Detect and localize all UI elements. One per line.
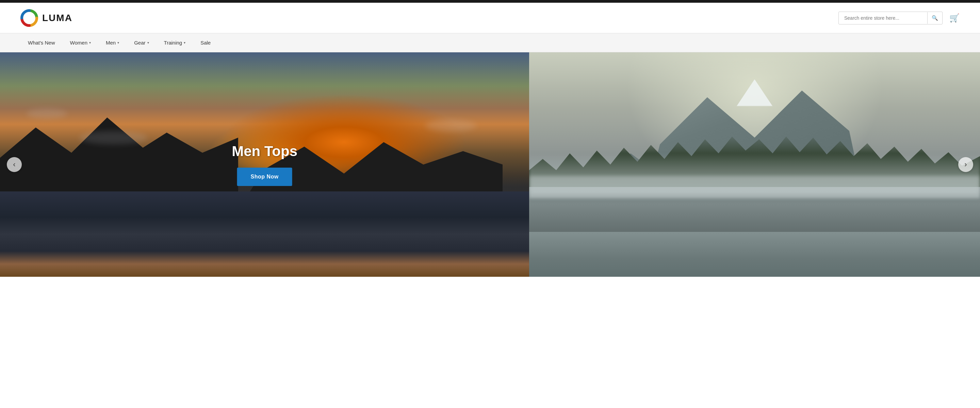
- snow-cap: [710, 79, 800, 106]
- women-chevron-icon: ▾: [89, 41, 91, 44]
- hero-right-panel: [529, 52, 980, 277]
- nav-item-women[interactable]: Women ▾: [63, 34, 98, 52]
- cart-icon: 🛒: [950, 13, 959, 22]
- lake-left: [0, 191, 529, 277]
- next-arrow-icon: ›: [964, 160, 967, 169]
- carousel-prev-button[interactable]: ‹: [7, 157, 22, 172]
- cart-button[interactable]: 🛒: [950, 13, 959, 23]
- top-bar: [0, 0, 980, 3]
- gear-chevron-icon: ▾: [147, 41, 149, 44]
- navigation: What's New Women ▾ Men ▾ Gear ▾ Training…: [0, 33, 980, 52]
- prev-arrow-icon: ‹: [13, 160, 15, 169]
- logo-text: LUMA: [42, 13, 73, 24]
- search-box: 🔍: [838, 11, 943, 24]
- cloud-wisp-3: [425, 120, 476, 132]
- header-right: 🔍 🛒: [838, 11, 959, 24]
- hero-left-panel: Men Tops Shop Now: [0, 52, 529, 277]
- nav-item-gear[interactable]: Gear ▾: [127, 34, 156, 52]
- nav-item-whats-new[interactable]: What's New: [21, 34, 63, 52]
- luma-logo-icon: [21, 9, 38, 27]
- men-chevron-icon: ▾: [118, 41, 119, 44]
- lake-right: [529, 187, 980, 277]
- hero-section: Men Tops Shop Now ‹ ›: [0, 52, 980, 277]
- nav-items: What's New Women ▾ Men ▾ Gear ▾ Training…: [21, 34, 218, 52]
- hero-title: Men Tops: [232, 143, 298, 159]
- shop-now-button[interactable]: Shop Now: [237, 168, 292, 186]
- cloud-wisp-1: [27, 108, 67, 119]
- cloud-wisp-2: [79, 131, 147, 144]
- training-chevron-icon: ▾: [184, 41, 185, 44]
- header: LUMA 🔍 🛒: [0, 3, 980, 33]
- hero-overlay: Men Tops Shop Now: [232, 143, 298, 186]
- lake-mist: [529, 176, 980, 194]
- nav-item-men[interactable]: Men ▾: [98, 34, 127, 52]
- carousel-next-button[interactable]: ›: [958, 157, 973, 172]
- nav-item-sale[interactable]: Sale: [193, 34, 218, 52]
- nav-item-training[interactable]: Training ▾: [156, 34, 193, 52]
- search-input[interactable]: [839, 12, 927, 24]
- search-icon: 🔍: [932, 15, 938, 21]
- logo-area[interactable]: LUMA: [21, 9, 73, 27]
- search-button[interactable]: 🔍: [927, 12, 942, 24]
